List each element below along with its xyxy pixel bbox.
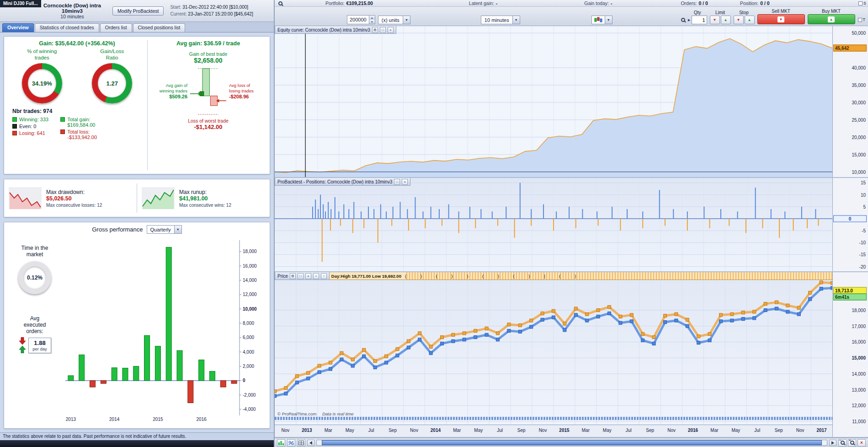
spin-down-icon[interactable]: ▼ bbox=[369, 20, 375, 24]
expander-icon[interactable]: ▶ bbox=[688, 18, 690, 22]
axis-tick-label: 11,000 bbox=[852, 419, 866, 424]
percent-icon[interactable] bbox=[287, 439, 295, 447]
axis-tick-label: 25,000 bbox=[852, 117, 866, 122]
performance-bar bbox=[101, 381, 106, 383]
tab-overview[interactable]: Overview bbox=[2, 23, 34, 32]
checkbox-s[interactable]: S bbox=[858, 1, 866, 5]
price-upper-marker bbox=[786, 304, 789, 307]
equity-current-badge: 45,642 bbox=[833, 45, 867, 52]
stats-icon[interactable] bbox=[277, 439, 285, 447]
time-axis[interactable]: Nov2013MarMayJulSepNov2014MarMayJulSepNo… bbox=[275, 425, 832, 437]
report-tabs: Overview Statistics of closed trades Ord… bbox=[0, 22, 274, 32]
axis-tick-label: -2,000 bbox=[243, 393, 256, 398]
tab-orders-list[interactable]: Orders list bbox=[100, 23, 132, 32]
performance-bar bbox=[133, 366, 139, 381]
quantity-stepper[interactable]: 200000 ▲ ▼ bbox=[347, 15, 375, 24]
gain-today-label: Gain today: bbox=[584, 0, 609, 6]
sell-mkt-button[interactable]: ▼ bbox=[757, 14, 805, 24]
price-upper-marker bbox=[275, 390, 277, 393]
price-lower-marker bbox=[452, 339, 455, 343]
avg-gain-per-trade: Avg gain: $36.59 / trade bbox=[151, 40, 265, 47]
checkbox-t-box[interactable] bbox=[858, 18, 862, 22]
price-lower-marker bbox=[284, 392, 288, 395]
scroll-right-button[interactable] bbox=[829, 440, 836, 446]
performance-bar bbox=[122, 368, 128, 380]
equity-y-axis[interactable]: 50,00040,00035,00030,00025,00020,00015,0… bbox=[832, 26, 868, 177]
settings-icon[interactable]: ⚙ bbox=[290, 273, 296, 279]
modify-probacktest-button[interactable]: Modify ProBacktest bbox=[112, 6, 164, 16]
chevron-down-icon[interactable]: ▼ bbox=[403, 16, 410, 24]
reset-zoom-icon[interactable]: × bbox=[857, 439, 866, 447]
equity-curve-chart[interactable]: Equity curve: Corncockle (Dow) intra 10m… bbox=[275, 26, 832, 177]
pct-winning-label: % of winning trades bbox=[12, 48, 72, 61]
chevron-down-icon[interactable]: ▼ bbox=[512, 16, 520, 24]
maximize-icon[interactable]: □ bbox=[394, 179, 400, 185]
price-upper-marker bbox=[429, 345, 432, 348]
qty-input[interactable] bbox=[692, 16, 707, 24]
positions-y-axis[interactable]: 15105-5-10-15-200 bbox=[832, 178, 868, 271]
maximize-icon[interactable]: □ bbox=[298, 273, 304, 279]
trades-legend: Winning: 333 Even: 0 Losing: 641 bbox=[12, 115, 48, 140]
axis-tick-label: 35,000 bbox=[852, 82, 866, 87]
spin-up-icon[interactable]: ▲ bbox=[369, 16, 375, 20]
tab-closed-positions[interactable]: Closed positions list bbox=[133, 23, 186, 32]
price-upper-marker bbox=[552, 309, 555, 312]
sell-stop-button[interactable]: ▼ bbox=[734, 16, 744, 24]
zoom-out-icon[interactable]: − bbox=[838, 439, 847, 447]
search-icon[interactable] bbox=[278, 1, 282, 5]
axis-tick-label: 14,000 bbox=[243, 278, 257, 283]
disclaimer: The statistics above relate to past data… bbox=[0, 432, 274, 440]
price-upper-marker bbox=[373, 360, 377, 363]
positions-panel-titlebar[interactable]: ProBacktest - Positions: Corncockle (Dow… bbox=[275, 178, 410, 186]
sell-limit-button[interactable]: ▼ bbox=[710, 16, 720, 24]
sell-arrow-icon bbox=[18, 337, 27, 345]
collapse-icon[interactable]: ↑ bbox=[321, 273, 327, 279]
time-axis-label: Nov bbox=[539, 428, 547, 433]
chart-style-select[interactable]: ▼ bbox=[591, 16, 612, 24]
price-y-axis[interactable]: 18,00017,00016,00015,00014,00013,00012,0… bbox=[832, 272, 868, 437]
checkbox-t[interactable]: T bbox=[858, 17, 866, 22]
price-upper-marker bbox=[541, 312, 544, 315]
add-indicator-icon[interactable]: + bbox=[313, 273, 319, 279]
total-gain-summary: Gain: $35,642.00 (+356.42%) bbox=[7, 40, 147, 47]
buy-stop-button[interactable]: ▲ bbox=[745, 16, 755, 24]
scrollbar-thumb[interactable] bbox=[322, 440, 822, 445]
chart-toolbar: 200000 ▲ ▼ (x) units ▼ 10 minutes ▼ bbox=[275, 7, 868, 26]
maximize-icon[interactable]: □ bbox=[380, 27, 386, 33]
price-panel-titlebar[interactable]: Price ⚙ □ × + ↑ bbox=[275, 272, 330, 280]
units-select[interactable]: (x) units ▼ bbox=[378, 16, 410, 24]
period-select[interactable]: Quarterly ▼ bbox=[147, 225, 182, 234]
search-icon[interactable] bbox=[681, 18, 685, 22]
equity-panel-titlebar[interactable]: Equity curve: Corncockle (Dow) intra 10m… bbox=[275, 26, 396, 34]
close-icon[interactable]: × bbox=[388, 27, 394, 33]
portfolio-info: Portfolio: €109,215.00 bbox=[325, 0, 373, 6]
settings-icon[interactable]: ⚙ bbox=[372, 27, 378, 33]
positions-chart[interactable]: ProBacktest - Positions: Corncockle (Dow… bbox=[275, 178, 832, 271]
close-icon[interactable]: × bbox=[305, 273, 311, 279]
price-lower-marker bbox=[797, 312, 800, 316]
timeframe-select[interactable]: 10 minutes ▼ bbox=[481, 16, 520, 24]
close-icon[interactable]: × bbox=[402, 179, 408, 185]
tab-statistics[interactable]: Statistics of closed trades bbox=[35, 23, 99, 32]
axis-tick-label: 10,000 bbox=[243, 307, 257, 312]
axis-tick-label: 17,000 bbox=[852, 323, 866, 329]
price-lower-marker bbox=[596, 315, 600, 318]
scroll-left-button[interactable] bbox=[307, 440, 314, 446]
buy-mkt-button[interactable]: ▲ bbox=[808, 14, 855, 24]
losing-swatch bbox=[12, 131, 17, 135]
price-lower-marker bbox=[496, 338, 500, 341]
year-axis-label: 2016 bbox=[197, 417, 207, 422]
chevron-down-icon[interactable]: ▼ bbox=[174, 226, 181, 233]
buy-limit-button[interactable]: ▲ bbox=[721, 16, 731, 24]
instrument-tab[interactable]: Mini DJ30 Full... bbox=[0, 0, 41, 7]
checkbox-s-box[interactable] bbox=[858, 1, 863, 5]
chart-scrollbar[interactable] bbox=[316, 440, 827, 446]
price-lower-marker bbox=[686, 324, 689, 328]
equity-curve-panel: Equity curve: Corncockle (Dow) intra 10m… bbox=[275, 26, 868, 178]
price-lower-marker bbox=[786, 310, 789, 313]
grid-icon[interactable] bbox=[297, 439, 305, 447]
price-chart[interactable]: © ProRealTime.com Data is real time bbox=[275, 280, 832, 425]
chevron-down-icon[interactable]: ▼ bbox=[605, 16, 612, 24]
drawdown-runup-card: Max drawdown: $5,026.50 Max consecutive … bbox=[4, 179, 270, 217]
zoom-in-icon[interactable]: + bbox=[848, 439, 856, 447]
